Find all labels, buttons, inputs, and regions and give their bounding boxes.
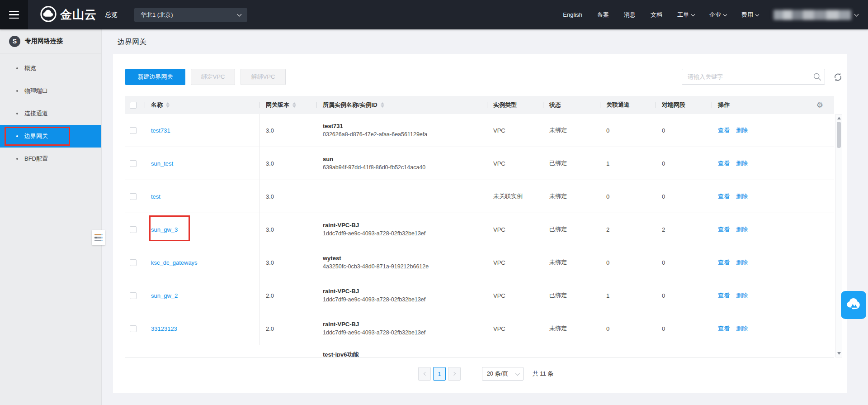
nav-item-messages[interactable]: 消息 bbox=[624, 11, 636, 19]
support-widget-button[interactable] bbox=[841, 291, 866, 319]
delete-link[interactable]: 删除 bbox=[736, 324, 748, 333]
instance-type-cell: VPC bbox=[487, 279, 543, 312]
nav-item-beian[interactable]: 备案 bbox=[597, 11, 609, 19]
view-link[interactable]: 查看 bbox=[718, 192, 730, 200]
gateway-name-link[interactable]: ksc_dc_gateways bbox=[151, 259, 198, 266]
delete-link[interactable]: 删除 bbox=[736, 159, 748, 167]
gateway-name-link[interactable]: sun_gw_3 bbox=[151, 226, 178, 233]
nav-item-docs[interactable]: 文档 bbox=[651, 11, 662, 19]
delete-link[interactable]: 删除 bbox=[736, 126, 748, 134]
gateway-name-link[interactable]: sun_test bbox=[151, 160, 173, 167]
page-number-1[interactable]: 1 bbox=[433, 367, 446, 381]
sort-icon[interactable] bbox=[381, 102, 384, 108]
scrollbar-thumb[interactable] bbox=[837, 122, 841, 148]
channels-cell: 0 bbox=[600, 180, 656, 213]
peer-cidr-cell: 0 bbox=[656, 246, 712, 279]
sort-icon[interactable] bbox=[166, 102, 170, 108]
channels-cell: 0 bbox=[600, 246, 656, 279]
hamburger-menu-icon[interactable] bbox=[0, 0, 28, 29]
row-checkbox[interactable] bbox=[130, 127, 137, 134]
sidebar-item-4[interactable]: 边界网关 bbox=[0, 125, 101, 148]
instance-id: 1ddc7df9-ae9c-4093-a728-02fb32be13ef bbox=[323, 296, 425, 303]
sidebar-item-3[interactable]: 连接通道 bbox=[0, 102, 101, 125]
user-account-menu[interactable] bbox=[774, 10, 858, 20]
instance-id: 032626a8-d876-47e2-afaa-6ea561129efa bbox=[323, 131, 427, 138]
sidebar-title: 专用网络连接 bbox=[25, 37, 63, 45]
page-size-select[interactable]: 20 条/页 bbox=[482, 367, 524, 381]
scrollbar-up-arrow-icon[interactable] bbox=[836, 114, 842, 122]
nav-item-billing[interactable]: 费用 bbox=[741, 11, 759, 19]
nav-item-enterprise[interactable]: 企业 bbox=[709, 11, 726, 19]
nav-item-english[interactable]: English bbox=[563, 11, 582, 18]
create-gateway-button[interactable]: 新建边界网关 bbox=[125, 69, 185, 85]
sidebar: S 专用网络连接 概览物理端口连接通道边界网关BFD配置 bbox=[0, 29, 102, 405]
gateway-name-link[interactable]: sun_gw_2 bbox=[151, 292, 178, 299]
row-checkbox[interactable] bbox=[130, 259, 137, 266]
next-page-button[interactable] bbox=[448, 367, 461, 381]
view-link[interactable]: 查看 bbox=[718, 291, 730, 300]
gateway-name-cell: sun_gw_3 bbox=[145, 213, 259, 246]
view-link[interactable]: 查看 bbox=[718, 324, 730, 333]
row-checkbox[interactable] bbox=[130, 226, 137, 233]
sidebar-item-1[interactable]: 概览 bbox=[0, 57, 101, 80]
instance-type-cell: VPC bbox=[487, 312, 543, 345]
row-checkbox[interactable] bbox=[130, 160, 137, 167]
header-version[interactable]: 网关版本 bbox=[259, 96, 316, 114]
sidebar-item-label: 连接通道 bbox=[24, 110, 48, 118]
row-checkbox-cell bbox=[125, 180, 145, 213]
gateway-name-link[interactable]: test bbox=[151, 193, 160, 200]
search-input[interactable] bbox=[682, 73, 809, 80]
kingsoft-cloud-logo[interactable]: 金山云 bbox=[40, 0, 97, 29]
header-actions: 操作 ⚙ bbox=[712, 96, 834, 114]
search-box bbox=[682, 69, 825, 85]
view-link[interactable]: 查看 bbox=[718, 258, 730, 267]
unbind-vpc-button[interactable]: 解绑VPC bbox=[241, 69, 286, 85]
header-instance[interactable]: 所属实例名称/实例ID bbox=[316, 96, 487, 114]
sidebar-collapse-handle[interactable] bbox=[92, 230, 105, 245]
view-link[interactable]: 查看 bbox=[718, 225, 730, 233]
nav-item-tickets[interactable]: 工单 bbox=[677, 11, 694, 19]
delete-link[interactable]: 删除 bbox=[736, 192, 748, 200]
chevron-down-icon bbox=[723, 12, 727, 16]
region-selector[interactable]: 华北1 (北京) bbox=[134, 8, 247, 22]
view-link[interactable]: 查看 bbox=[718, 126, 730, 134]
prev-page-button[interactable] bbox=[418, 367, 431, 381]
sort-icon[interactable] bbox=[292, 102, 296, 108]
sidebar-item-2[interactable]: 物理端口 bbox=[0, 80, 101, 102]
row-checkbox-cell bbox=[125, 279, 145, 312]
gateway-name-cell: sun_gw_2 bbox=[145, 279, 259, 312]
chevron-down-icon bbox=[854, 12, 859, 16]
table-row: ksc_dc_gateways3.0wytest4a3250fc-0cb3-48… bbox=[125, 246, 834, 279]
instance-cell bbox=[316, 180, 487, 213]
select-all-checkbox[interactable] bbox=[130, 102, 137, 109]
row-checkbox[interactable] bbox=[130, 193, 137, 200]
instance-cell: raint-VPC-BJ1ddc7df9-ae9c-4093-a728-02fb… bbox=[316, 213, 487, 246]
bind-vpc-button[interactable]: 绑定VPC bbox=[191, 69, 235, 85]
gear-icon[interactable]: ⚙ bbox=[816, 96, 823, 114]
table-row: sun_test3.0sun639ab94f-97dd-41f8-86d0-fb… bbox=[125, 147, 834, 180]
header-name[interactable]: 名称 bbox=[145, 96, 259, 114]
delete-link[interactable]: 删除 bbox=[736, 225, 748, 233]
chevron-down-icon bbox=[755, 12, 759, 16]
scrollbar-down-arrow-icon[interactable] bbox=[836, 350, 842, 357]
bullet-icon bbox=[16, 135, 18, 137]
view-link[interactable]: 查看 bbox=[718, 159, 730, 167]
gateway-name-link[interactable]: 33123123 bbox=[151, 325, 177, 332]
refresh-icon[interactable] bbox=[832, 71, 843, 82]
gateway-table: 名称 网关版本 所属实例名称/实例ID 实例类型 状态 关联通道 对端网段 bbox=[125, 96, 834, 357]
channels-cell: 1 bbox=[600, 279, 656, 312]
header-checkbox-cell bbox=[125, 96, 145, 114]
gateway-name-link[interactable]: test731 bbox=[151, 127, 170, 134]
row-checkbox[interactable] bbox=[130, 325, 137, 332]
row-checkbox[interactable] bbox=[130, 292, 137, 299]
delete-link[interactable]: 删除 bbox=[736, 291, 748, 300]
status-cell: 已绑定 bbox=[543, 213, 600, 246]
sidebar-item-5[interactable]: BFD配置 bbox=[0, 148, 101, 170]
delete-link[interactable]: 删除 bbox=[736, 258, 748, 267]
nav-overview-link[interactable]: 总览 bbox=[105, 0, 118, 29]
gateway-name-cell: test bbox=[145, 180, 259, 213]
gateway-version-cell: 2.0 bbox=[259, 279, 316, 312]
instance-id: 1ddc7df9-ae9c-4093-a728-02fb32be13ef bbox=[323, 230, 425, 237]
user-account-blurred bbox=[774, 10, 851, 20]
search-icon[interactable] bbox=[809, 72, 825, 81]
